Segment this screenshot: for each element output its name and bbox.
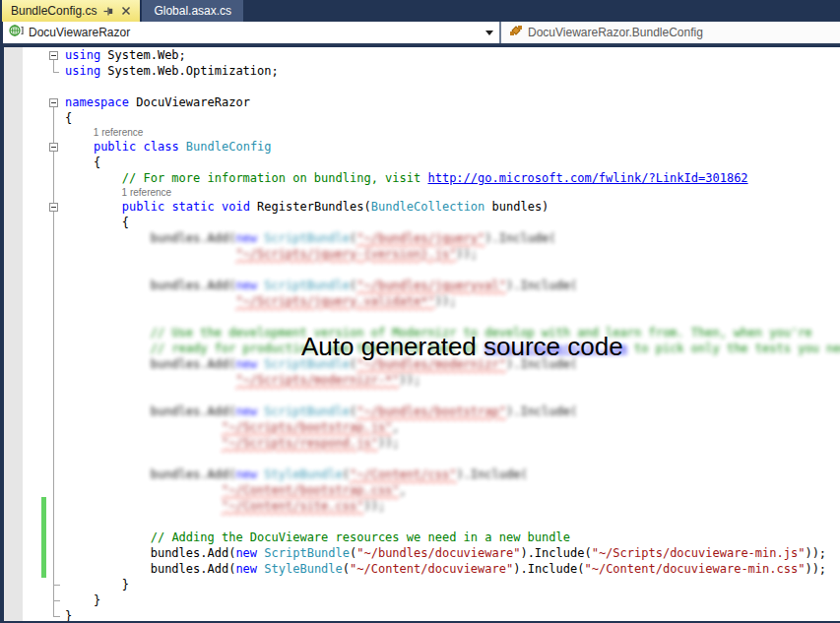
code-editor[interactable]: using System.Web;using System.Web.Optimi… [4, 47, 840, 621]
code-line[interactable]: public class BundleConfig [4, 139, 840, 155]
code-segment [136, 140, 143, 154]
chevron-down-icon[interactable] [485, 31, 493, 35]
code-segment: "~/bundles/bootstrap" [356, 405, 506, 418]
code-segment: ( [343, 467, 350, 481]
code-segment [65, 294, 235, 308]
code-segment: )); [805, 562, 826, 576]
member-dropdown[interactable]: DocuViewareRazor.BundleConfig [501, 22, 840, 43]
code-segment: ).Include( [506, 279, 577, 292]
watermark-text: Auto generated source code [301, 332, 623, 362]
code-line[interactable] [4, 514, 840, 530]
code-segment: new [235, 279, 257, 292]
code-segment: to pick only the tests you need. [627, 342, 840, 355]
code-line[interactable]: "~/Scripts/jquery.validate*")); [4, 293, 840, 309]
code-line[interactable]: using System.Web.Optimization; [4, 63, 840, 79]
code-line[interactable]: bundles.Add(new ScriptBundle("~/bundles/… [4, 230, 840, 246]
code-line[interactable]: // Adding the DocuVieware resources we n… [4, 530, 840, 545]
code-segment: new [235, 231, 257, 245]
code-line[interactable]: { [4, 155, 840, 170]
code-line[interactable]: "~/Scripts/modernizr-*")); [4, 372, 840, 388]
code-segment [65, 373, 235, 387]
code-line[interactable]: "~/Scripts/respond.js")); [4, 435, 840, 451]
code-segment: using [65, 64, 100, 78]
code-line[interactable]: "~/Content/bootstrap.css", [4, 482, 840, 498]
code-segment: ).Include( [513, 562, 584, 576]
code-segment: , [400, 483, 407, 497]
codelens-line[interactable]: 1 reference [4, 126, 840, 139]
code-segment: "~/Scripts/modernizr-*" [235, 373, 399, 387]
code-segment: StyleBundle [264, 562, 342, 576]
code-line[interactable]: } [4, 592, 840, 608]
code-line[interactable] [4, 451, 840, 467]
code-line[interactable]: using System.Web; [4, 47, 840, 63]
code-segment: "~/Content/css" [350, 467, 456, 481]
code-segment: 1 reference [94, 127, 144, 138]
code-segment: "~/Scripts/respond.js" [222, 436, 378, 450]
code-segment: public [122, 200, 164, 214]
tab-label: BundleConfig.cs [11, 4, 97, 18]
code-segment: ).Include( [485, 231, 555, 245]
close-icon[interactable] [121, 6, 131, 16]
code-segment: void [222, 200, 250, 214]
code-segment: )); [400, 373, 421, 387]
code-line[interactable]: bundles.Add(new StyleBundle("~/Content/c… [4, 467, 840, 482]
member-dropdown-label: DocuViewareRazor.BundleConfig [528, 26, 703, 39]
code-segment: "~/Scripts/jquery-{version}.js" [235, 247, 456, 261]
code-segment: "~/bundles/jquery" [356, 231, 485, 245]
hyperlink[interactable]: http://go.microsoft.com/fwlink/?LinkId=3… [427, 171, 747, 185]
code-segment [65, 171, 122, 185]
code-line[interactable]: "~/Scripts/bootstrap.js", [4, 419, 840, 435]
code-segment: "~/Content/site.css" [222, 499, 364, 513]
code-line[interactable]: namespace DocuViewareRazor [4, 94, 840, 110]
code-segment: { [65, 216, 129, 229]
collapse-box-method[interactable] [49, 203, 58, 212]
code-line[interactable]: } [4, 608, 840, 621]
project-icon [9, 24, 24, 41]
code-line[interactable]: "~/Content/site.css")); [4, 498, 840, 514]
code-segment: "~/Content/bootstrap.css" [222, 483, 400, 497]
codelens-line[interactable]: 1 reference [4, 186, 840, 199]
code-line[interactable] [4, 309, 840, 325]
collapse-box-namespace[interactable] [49, 98, 58, 107]
code-segment: )); [378, 436, 400, 450]
code-segment [65, 499, 222, 513]
code-segment: "~/bundles/jqueryval" [356, 279, 506, 292]
code-segment: ).Include( [456, 467, 527, 481]
code-segment: )); [456, 247, 478, 261]
code-line[interactable]: public static void RegisterBundles(Bundl… [4, 199, 840, 215]
code-segment: bundles.Add( [65, 546, 235, 560]
project-dropdown-label: DocuViewareRazor [29, 26, 130, 39]
tab-global-asax[interactable]: Global.asax.cs [142, 0, 243, 22]
code-segment: )); [363, 499, 385, 513]
code-line[interactable]: bundles.Add(new ScriptBundle("~/bundles/… [4, 545, 840, 561]
code-line[interactable] [4, 388, 840, 404]
code-line[interactable]: { [4, 215, 840, 230]
code-line[interactable]: // For more information on bundling, vis… [4, 170, 840, 186]
code-segment: "~/Scripts/docuvieware-min.js" [592, 546, 806, 560]
code-segment: using [65, 48, 100, 62]
code-line[interactable] [4, 262, 840, 278]
code-line[interactable]: } [4, 577, 840, 592]
code-line[interactable]: bundles.Add(new StyleBundle("~/Content/d… [4, 561, 840, 577]
code-segment: } [65, 593, 100, 607]
code-segment [65, 436, 222, 450]
pin-icon[interactable] [103, 6, 114, 17]
code-line[interactable]: { [4, 110, 840, 126]
vs-editor-window: BundleConfig.cs Global.asax.cs DocuV [0, 0, 840, 623]
code-line[interactable]: "~/Scripts/jquery-{version}.js")); [4, 246, 840, 262]
code-segment: "~/Scripts/bootstrap.js" [222, 420, 392, 434]
code-segment [65, 140, 94, 154]
collapse-box-using[interactable] [49, 51, 58, 60]
code-line[interactable] [4, 79, 840, 94]
code-segment: } [65, 578, 129, 592]
tab-bundleconfig[interactable]: BundleConfig.cs [2, 0, 140, 22]
code-segment: ( [343, 562, 350, 576]
project-dropdown[interactable]: DocuViewareRazor [3, 22, 499, 43]
code-segment [65, 342, 151, 355]
code-segment: , [392, 420, 399, 434]
code-segment: ScriptBundle [264, 231, 350, 245]
code-line[interactable]: bundles.Add(new ScriptBundle("~/bundles/… [4, 278, 840, 293]
code-segment: bundles.Add( [65, 279, 235, 292]
collapse-box-class[interactable] [49, 143, 58, 152]
code-line[interactable]: bundles.Add(new ScriptBundle("~/bundles/… [4, 404, 840, 419]
